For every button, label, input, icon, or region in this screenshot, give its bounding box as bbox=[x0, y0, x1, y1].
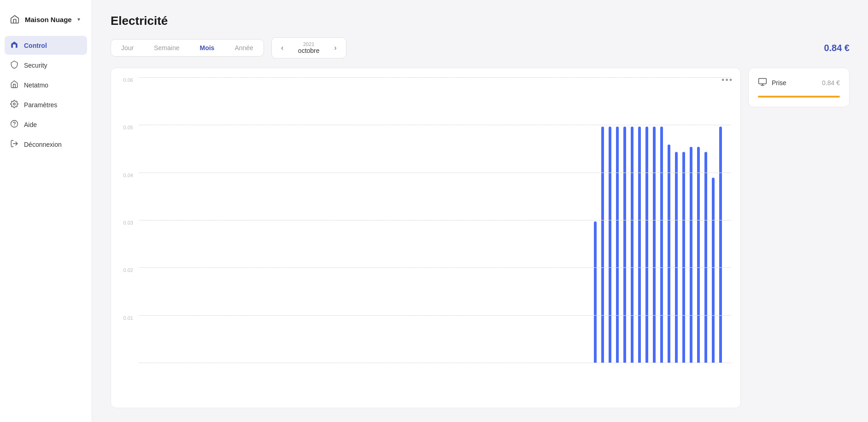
legend-bar-container bbox=[758, 96, 840, 98]
grid-line bbox=[139, 125, 731, 125]
chart-bar bbox=[623, 127, 626, 363]
chart-bar bbox=[616, 127, 619, 363]
sidebar-item-netatmo[interactable]: Netatmo bbox=[5, 75, 87, 94]
chart-bar bbox=[631, 127, 633, 363]
sidebar-label-netatmo: Netatmo bbox=[24, 81, 48, 89]
main-content: Electricité Jour Semaine Mois Année ‹ 20… bbox=[92, 0, 868, 422]
grid-line bbox=[139, 220, 731, 220]
sidebar: Maison Nuage ▾ Control Security bbox=[0, 0, 92, 422]
legend-item-value: 0.84 € bbox=[822, 79, 840, 87]
controls-row: Jour Semaine Mois Année ‹ 2021 octobre ›… bbox=[111, 37, 850, 58]
sidebar-item-parametres[interactable]: Paramètres bbox=[5, 95, 87, 114]
brand-title: Maison Nuage bbox=[25, 16, 72, 23]
grid-line bbox=[139, 363, 731, 363]
control-icon bbox=[10, 40, 18, 50]
chart-bar bbox=[594, 221, 597, 363]
chart-bar bbox=[690, 147, 692, 363]
legend-panel: Prise 0.84 € bbox=[748, 68, 850, 107]
netatmo-icon bbox=[10, 80, 18, 90]
brand-chevron: ▾ bbox=[77, 16, 80, 23]
page-title: Electricité bbox=[111, 14, 850, 28]
sidebar-item-security[interactable]: Security bbox=[5, 56, 87, 75]
y-label-3: 0.03 bbox=[120, 220, 133, 225]
chart-bar bbox=[697, 147, 700, 363]
chart-bar bbox=[601, 127, 604, 363]
sidebar-label-control: Control bbox=[24, 42, 47, 49]
grid-line bbox=[139, 267, 731, 268]
logout-icon bbox=[10, 139, 18, 149]
tab-jour[interactable]: Jour bbox=[111, 40, 144, 56]
svg-point-1 bbox=[11, 121, 18, 127]
date-prev-button[interactable]: ‹ bbox=[279, 44, 285, 52]
sidebar-item-aide[interactable]: Aide bbox=[5, 115, 87, 134]
svg-point-0 bbox=[13, 103, 16, 105]
chart-bar bbox=[653, 127, 656, 363]
date-info: 2021 octobre bbox=[293, 41, 325, 54]
sidebar-nav: Control Security Netatmo bbox=[0, 36, 92, 154]
chart-plot bbox=[139, 77, 731, 363]
chart-bar bbox=[609, 127, 611, 363]
date-next-button[interactable]: › bbox=[332, 44, 338, 52]
legend-bar bbox=[758, 96, 840, 98]
cost-display: 0.84 € bbox=[824, 43, 850, 53]
y-label-4: 0.04 bbox=[120, 173, 133, 178]
svg-rect-4 bbox=[759, 79, 767, 84]
home-brand-icon bbox=[9, 14, 20, 25]
chart-wrapper: 0.06 0.05 0.04 0.03 0.02 0.01 bbox=[120, 77, 731, 408]
page: Electricité Jour Semaine Mois Année ‹ 20… bbox=[92, 0, 868, 422]
sidebar-item-control[interactable]: Control bbox=[5, 36, 87, 55]
shield-icon bbox=[10, 60, 18, 70]
sidebar-label-security: Security bbox=[24, 62, 47, 69]
chart-bar bbox=[719, 127, 722, 363]
chart-bar bbox=[645, 127, 648, 363]
gear-icon bbox=[10, 100, 18, 110]
grid-line bbox=[139, 315, 731, 316]
tab-semaine[interactable]: Semaine bbox=[144, 40, 189, 56]
help-icon bbox=[10, 120, 18, 129]
chart-section: ••• 0.06 0.05 0.04 0.03 0.02 0.01 bbox=[111, 68, 850, 408]
chart-bar bbox=[704, 152, 707, 363]
chart-bar bbox=[712, 178, 715, 363]
y-label-2: 0.02 bbox=[120, 267, 133, 273]
chart-container: ••• 0.06 0.05 0.04 0.03 0.02 0.01 bbox=[111, 68, 741, 408]
chart-bar bbox=[660, 127, 663, 363]
chart-bar bbox=[682, 152, 685, 363]
legend-item-label: Prise bbox=[772, 79, 817, 87]
date-year: 2021 bbox=[303, 41, 314, 47]
chart-bar bbox=[668, 145, 670, 363]
brand-header[interactable]: Maison Nuage ▾ bbox=[0, 9, 92, 36]
grid-line bbox=[139, 173, 731, 173]
sidebar-label-aide: Aide bbox=[24, 121, 37, 128]
period-tabs: Jour Semaine Mois Année bbox=[111, 39, 264, 57]
y-label-5: 0.05 bbox=[120, 125, 133, 130]
sidebar-label-parametres: Paramètres bbox=[24, 101, 57, 109]
chart-bar bbox=[638, 127, 641, 363]
y-axis: 0.06 0.05 0.04 0.03 0.02 0.01 bbox=[120, 77, 139, 363]
tab-mois[interactable]: Mois bbox=[190, 40, 225, 56]
date-nav: ‹ 2021 octobre › bbox=[271, 37, 346, 58]
monitor-icon bbox=[758, 77, 767, 88]
legend-item-prise: Prise 0.84 € bbox=[758, 77, 840, 88]
sidebar-item-deconnexion[interactable]: Déconnexion bbox=[5, 135, 87, 154]
y-label-6: 0.06 bbox=[120, 77, 133, 83]
date-month: octobre bbox=[298, 47, 320, 54]
chart-bar bbox=[675, 152, 678, 363]
y-label-1: 0.01 bbox=[120, 315, 133, 321]
sidebar-label-deconnexion: Déconnexion bbox=[24, 141, 62, 148]
grid-line bbox=[139, 77, 731, 78]
tab-annee[interactable]: Année bbox=[224, 40, 263, 56]
